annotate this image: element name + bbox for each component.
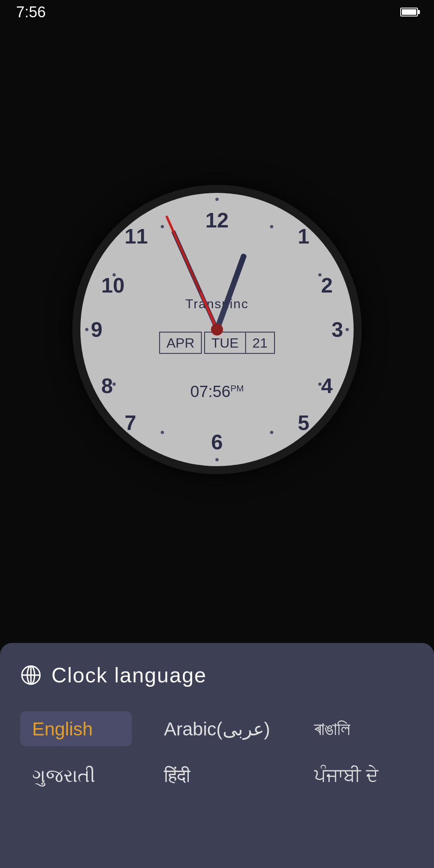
clock-dot-6	[215, 458, 219, 461]
clock-face: 12 1 2 3 4 5 6 7 8 9 10 11	[80, 193, 354, 466]
clock-outer: 12 1 2 3 4 5 6 7 8 9 10 11	[72, 185, 362, 474]
lang-label-hindi: हिंदी	[164, 765, 190, 787]
language-grid: English Arabic(عربى) ৰাঙালি ગુજરાતી हिंद…	[20, 711, 414, 793]
lang-label-bangla: ৰাঙালি	[314, 718, 350, 740]
status-bar: 7:56	[0, 0, 434, 24]
clock-dot-1	[270, 225, 273, 228]
clock-num-12: 12	[205, 208, 229, 232]
clock-num-6: 6	[211, 430, 223, 454]
panel-title: Clock language	[51, 663, 207, 687]
digital-time: 07:56PM	[190, 383, 244, 401]
day-number: 21	[246, 333, 274, 353]
battery-icon	[400, 8, 418, 16]
clock-num-9: 9	[91, 317, 102, 342]
digital-time-value: 07:56	[190, 383, 230, 400]
lang-item-punjabi[interactable]: ਪੰਜਾਬੀ ਦੇ	[302, 758, 414, 793]
clock-num-8: 8	[101, 374, 113, 398]
status-time: 7:56	[16, 4, 46, 21]
clock-dot-7	[161, 431, 164, 434]
clock-dot-5	[270, 431, 273, 434]
clock-num-3: 3	[332, 317, 343, 342]
ampm-indicator: PM	[231, 383, 244, 393]
clock-dot-4	[318, 383, 321, 386]
clock-num-4: 4	[321, 374, 333, 398]
clock-num-11: 11	[125, 224, 148, 248]
clock-dot-9	[85, 328, 88, 331]
clock-area: 12 1 2 3 4 5 6 7 8 9 10 11	[0, 24, 434, 635]
lang-item-hindi[interactable]: हिंदी	[152, 758, 282, 793]
lang-label-punjabi: ਪੰਜਾਬੀ ਦੇ	[314, 765, 378, 787]
clock-dot-2	[318, 273, 321, 276]
clock-num-1: 1	[298, 224, 309, 248]
lang-label-arabic: Arabic(عربى)	[164, 718, 270, 740]
bottom-panel: Clock language English Arabic(عربى) ৰাঙা…	[0, 643, 434, 868]
lang-item-gujarati[interactable]: ગુજરાતી	[20, 758, 132, 793]
lang-item-bangla[interactable]: ৰাঙালি	[302, 711, 414, 746]
clock-center-dot	[211, 323, 223, 336]
clock-dot-12	[215, 198, 219, 201]
month-box: APR	[159, 332, 202, 354]
clock-num-7: 7	[125, 411, 136, 435]
day-of-week: TUE	[205, 333, 245, 353]
lang-label-english: English	[32, 718, 93, 740]
clock-dot-11	[161, 225, 164, 228]
clock-dot-8	[113, 383, 116, 386]
brand-text: Transuinc	[185, 297, 248, 311]
lang-item-english[interactable]: English	[20, 711, 132, 746]
clock-num-5: 5	[298, 411, 309, 435]
panel-title-row: Clock language	[20, 663, 414, 687]
hour-hand	[214, 253, 247, 331]
globe-icon	[20, 664, 42, 686]
clock-num-2: 2	[321, 273, 333, 297]
clock-dot-10	[113, 273, 116, 276]
clock-num-10: 10	[101, 273, 125, 297]
clock-dot-3	[346, 328, 349, 331]
lang-label-gujarati: ગુજરાતી	[32, 765, 95, 787]
lang-item-arabic[interactable]: Arabic(عربى)	[152, 711, 282, 746]
